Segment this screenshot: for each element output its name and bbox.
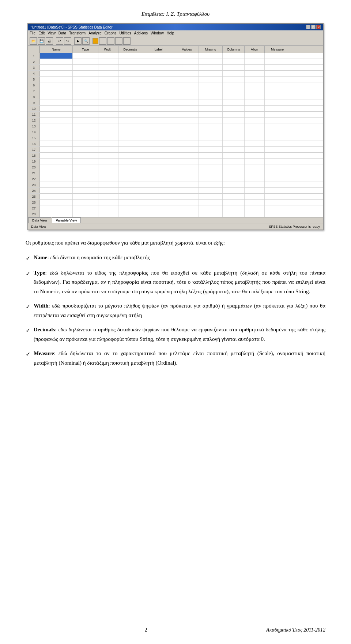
grid-cell[interactable]	[223, 59, 245, 64]
toolbar-save[interactable]: 💾	[38, 37, 45, 45]
grid-cell[interactable]	[98, 141, 118, 146]
grid-cell[interactable]	[175, 53, 199, 59]
grid-cell[interactable]	[40, 182, 73, 187]
grid-cell[interactable]	[199, 106, 223, 111]
grid-cell[interactable]	[245, 82, 265, 88]
grid-cell[interactable]	[199, 135, 223, 141]
grid-cell[interactable]	[98, 77, 118, 82]
grid-cell[interactable]	[199, 194, 223, 199]
grid-cell[interactable]	[98, 205, 118, 211]
grid-cell[interactable]	[40, 188, 73, 193]
grid-cell[interactable]	[40, 147, 73, 152]
grid-cell[interactable]	[98, 182, 118, 187]
grid-cell[interactable]	[142, 170, 175, 176]
grid-cell[interactable]	[245, 211, 265, 217]
grid-cell[interactable]	[199, 129, 223, 135]
grid-cell[interactable]	[245, 59, 265, 64]
grid-cell[interactable]	[142, 112, 175, 117]
grid-cell[interactable]	[98, 170, 118, 176]
grid-cell[interactable]	[223, 82, 245, 88]
grid-cell[interactable]	[118, 200, 142, 205]
grid-cell[interactable]	[199, 71, 223, 76]
grid-cell[interactable]	[245, 123, 265, 129]
grid-cell[interactable]	[265, 71, 290, 76]
grid-cell[interactable]	[40, 53, 73, 59]
grid-cell[interactable]	[118, 71, 142, 76]
grid-cell[interactable]	[265, 141, 290, 146]
grid-cell[interactable]	[73, 100, 98, 105]
grid-cell[interactable]	[245, 182, 265, 187]
grid-cell[interactable]	[223, 100, 245, 105]
grid-cell[interactable]	[199, 59, 223, 64]
grid-cell[interactable]	[98, 100, 118, 105]
grid-cell[interactable]	[265, 112, 290, 117]
grid-cell[interactable]	[40, 205, 73, 211]
grid-cell[interactable]	[265, 94, 290, 100]
grid-cell[interactable]	[223, 65, 245, 70]
grid-cell[interactable]	[40, 200, 73, 205]
grid-cell[interactable]	[142, 135, 175, 141]
grid-cell[interactable]	[175, 82, 199, 88]
grid-cell[interactable]	[142, 205, 175, 211]
grid-cell[interactable]	[118, 65, 142, 70]
grid-cell[interactable]	[223, 106, 245, 111]
grid-cell[interactable]	[142, 118, 175, 123]
grid-cell[interactable]	[118, 59, 142, 64]
grid-cell[interactable]	[175, 153, 199, 158]
grid-cell[interactable]	[175, 71, 199, 76]
grid-cell[interactable]	[175, 118, 199, 123]
close-button[interactable]: ✕	[316, 25, 321, 29]
grid-cell[interactable]	[73, 59, 98, 64]
grid-cell[interactable]	[265, 147, 290, 152]
menu-analyze[interactable]: Analyze	[88, 31, 102, 35]
grid-cell[interactable]	[73, 88, 98, 94]
grid-cell[interactable]	[98, 82, 118, 88]
grid-cell[interactable]	[245, 94, 265, 100]
grid-cell[interactable]	[73, 82, 98, 88]
grid-cell[interactable]	[73, 211, 98, 217]
grid-cell[interactable]	[175, 112, 199, 117]
toolbar-find[interactable]: 🔍	[82, 37, 90, 45]
grid-cell[interactable]	[223, 129, 245, 135]
grid-cell[interactable]	[118, 53, 142, 59]
grid-cell[interactable]	[142, 211, 175, 217]
grid-cell[interactable]	[265, 129, 290, 135]
grid-cell[interactable]	[118, 106, 142, 111]
grid-cell[interactable]	[245, 100, 265, 105]
grid-cell[interactable]	[245, 170, 265, 176]
grid-cell[interactable]	[142, 123, 175, 129]
grid-cell[interactable]	[265, 53, 290, 59]
grid-cell[interactable]	[223, 77, 245, 82]
grid-cell[interactable]	[265, 123, 290, 129]
grid-cell[interactable]	[98, 53, 118, 59]
menu-window[interactable]: Window	[151, 31, 164, 35]
grid-cell[interactable]	[40, 129, 73, 135]
grid-cell[interactable]	[175, 211, 199, 217]
grid-cell[interactable]	[245, 129, 265, 135]
grid-cell[interactable]	[98, 129, 118, 135]
grid-cell[interactable]	[265, 135, 290, 141]
grid-cell[interactable]	[223, 123, 245, 129]
grid-cell[interactable]	[73, 53, 98, 59]
grid-cell[interactable]	[40, 88, 73, 94]
grid-cell[interactable]	[199, 211, 223, 217]
grid-cell[interactable]	[265, 200, 290, 205]
grid-cell[interactable]	[199, 65, 223, 70]
grid-cell[interactable]	[245, 153, 265, 158]
tab-data-view[interactable]: Data View	[28, 217, 51, 223]
toolbar-undo[interactable]: ↩	[56, 37, 63, 45]
grid-cell[interactable]	[98, 71, 118, 76]
grid-cell[interactable]	[142, 77, 175, 82]
grid-cell[interactable]	[265, 211, 290, 217]
grid-cell[interactable]	[98, 65, 118, 70]
grid-cell[interactable]	[223, 205, 245, 211]
toolbar-redo[interactable]: ↪	[64, 37, 71, 45]
grid-cell[interactable]	[98, 153, 118, 158]
grid-cell[interactable]	[175, 129, 199, 135]
grid-cell[interactable]	[175, 100, 199, 105]
grid-cell[interactable]	[98, 118, 118, 123]
grid-cell[interactable]	[118, 123, 142, 129]
grid-cell[interactable]	[118, 129, 142, 135]
grid-cell[interactable]	[199, 88, 223, 94]
grid-cell[interactable]	[40, 164, 73, 170]
